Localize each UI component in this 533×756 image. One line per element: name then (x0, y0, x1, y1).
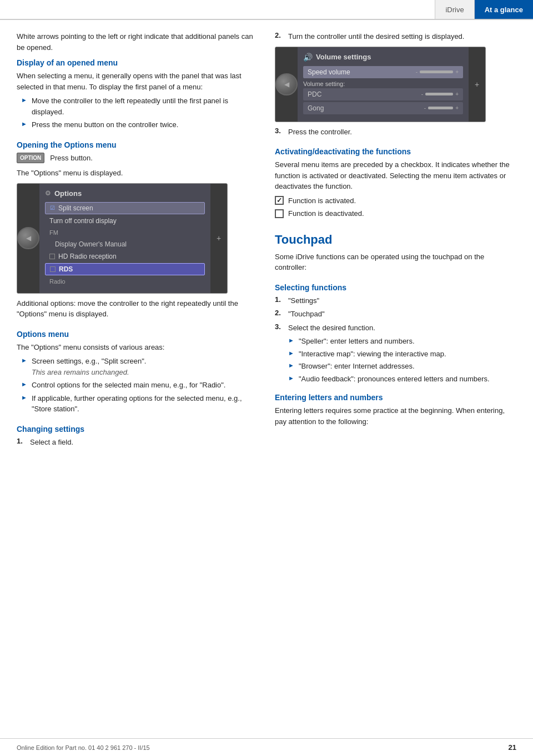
intro-text: White arrows pointing to the left or rig… (17, 31, 258, 53)
left-column: White arrows pointing to the left or rig… (17, 31, 258, 450)
sub-browser-text: "Browser": enter Internet addresses. (299, 361, 415, 372)
opts-radio-label: Radio (49, 278, 66, 285)
speed-vol-bar (420, 70, 453, 73)
check-icon: ☑ (50, 205, 55, 211)
bullet-arrow-3: ► (21, 357, 27, 364)
right-column: 2. Turn the controller until the desired… (275, 31, 516, 450)
vol-menu-panel: 🔊 Volume settings Speed volume - + Volum… (298, 47, 469, 122)
left-arrow: ◀ (26, 234, 31, 242)
opts-display-manual: Display Owner's Manual (45, 239, 205, 250)
opts-hd-label: HD Radio reception (58, 253, 117, 260)
section-activating-heading: Activating/deactivating the functions (275, 147, 516, 156)
sub-arrow-2: ► (288, 350, 294, 356)
opts-icon: ⚙ (45, 189, 51, 197)
step-num-2: 2. (275, 31, 284, 39)
changing-step-1: 1. Select a field. (17, 437, 258, 448)
opts-header: ⚙ Options (45, 189, 205, 198)
select-step-1: 1. "Settings" (275, 295, 516, 306)
options-screen-image: ◀ ⚙ Options ☑ Split screen Turn off cont… (17, 183, 228, 294)
sub-audio-text: "Audio feedback": pronounces entered let… (299, 374, 490, 385)
section-selecting-heading: Selecting functions (275, 283, 516, 292)
vol-left-arrow: ◀ (284, 80, 289, 88)
gong-bar: - + (424, 105, 459, 111)
options-displayed-text: The "Options" menu is displayed. (17, 168, 258, 179)
sub-speller-text: "Speller": enter letters and numbers. (299, 336, 415, 347)
tab-idrive[interactable]: iDrive (435, 0, 474, 19)
gong-label: Gong (308, 104, 324, 112)
page-footer: Online Edition for Part no. 01 40 2 961 … (0, 738, 533, 756)
vol-header: 🔊 Volume settings (303, 53, 463, 62)
vol-speed-label: Speed volume (308, 68, 350, 76)
right-step-2: 2. Turn the controller until the desired… (275, 31, 516, 42)
pdc-label: PDC (308, 90, 321, 98)
section-options-menu-heading: Options menu (17, 330, 258, 339)
sub-arrow-4: ► (288, 375, 294, 381)
option-button-icon: OPTION (17, 153, 44, 163)
vol-controller-left: ◀ (275, 47, 298, 122)
bullet-move-text: Move the controller to the left repeated… (32, 95, 258, 117)
options-menu-panel: ⚙ Options ☑ Split screen Turn off contro… (39, 184, 210, 293)
opts-turn-off: Turn off control display (45, 215, 205, 226)
activating-body: Several menu items are preceded by a che… (275, 159, 516, 192)
tab-at-a-glance[interactable]: At a glance (474, 0, 533, 19)
sel-step-1-text: "Settings" (288, 295, 319, 306)
opts-bullet-2: ► Control options for the selected main … (17, 380, 258, 391)
vol-plus-icon: + (475, 80, 479, 89)
footer-text: Online Edition for Part no. 01 40 2 961 … (17, 744, 150, 751)
controller-circle: ◀ (17, 227, 39, 249)
opts-manual-label: Display Owner's Manual (49, 240, 127, 248)
vol-screen-row: ◀ 🔊 Volume settings Speed volume - + (275, 47, 485, 122)
opts-title: Options (54, 189, 82, 198)
sub-bullet-speller: ► "Speller": enter letters and numbers. (275, 336, 516, 347)
sub-arrow-3: ► (288, 362, 294, 369)
opts-bullet-1-text: Screen settings, e.g., "Split screen". (32, 357, 147, 365)
opts-hd-radio: HD Radio reception (45, 251, 205, 262)
opts-fm-label: FM (49, 229, 58, 236)
display-opened-menu-body: When selecting a menu, it generally open… (17, 70, 258, 92)
sub-bullet-browser: ► "Browser": enter Internet addresses. (275, 361, 516, 372)
opts-rds: RDS (45, 263, 205, 275)
plus-icon-vol: + (455, 69, 459, 75)
step-1-text: Select a field. (30, 437, 73, 448)
vol-gong: Gong - + (303, 102, 463, 114)
vol-pdc: PDC - + (303, 88, 463, 100)
main-content: White arrows pointing to the left or rig… (0, 20, 533, 467)
select-step-2: 2. "Touchpad" (275, 309, 516, 320)
step-num-1: 1. (17, 437, 26, 445)
entering-body: Entering letters requires some practice … (275, 405, 516, 427)
bullet-move-controller: ► Move the controller to the left repeat… (17, 95, 258, 117)
vol-controller-circle: ◀ (275, 73, 298, 95)
gong-bar-inner (428, 107, 453, 109)
page-header: iDrive At a glance (0, 0, 533, 20)
header-tabs: iDrive At a glance (435, 0, 533, 19)
screen-right-button: + (210, 184, 227, 293)
option-button-row: OPTION Press button. (17, 153, 258, 164)
gong-plus: + (455, 105, 459, 111)
opts-bullet-3-text: If applicable, further operating options… (32, 393, 258, 415)
page-number: 21 (509, 743, 516, 752)
deactivated-checkbox (275, 209, 284, 218)
pdc-bar-inner (425, 93, 453, 95)
pdc-minus: - (421, 91, 423, 97)
section-display-opened-menu-heading: Display of an opened menu (17, 58, 258, 67)
sub-bullet-audio: ► "Audio feedback": pronounces entered l… (275, 374, 516, 385)
opts-split-screen-label: Split screen (58, 204, 93, 212)
opts-bullet-1-sub: This area remains unchanged. (32, 368, 129, 376)
touchpad-heading: Touchpad (275, 233, 516, 247)
additional-options-text: Additional options: move the controller … (17, 298, 258, 320)
screen-row: ◀ ⚙ Options ☑ Split screen Turn off cont… (17, 184, 227, 293)
opts-bullet-1: ► Screen settings, e.g., "Split screen".… (17, 356, 258, 377)
deactivated-label: Function is deactivated. (288, 208, 364, 219)
sel-num-1: 1. (275, 295, 284, 304)
opts-turn-off-label: Turn off control display (49, 217, 117, 225)
controller-left: ◀ (17, 184, 39, 293)
press-button-text: Press button. (50, 153, 93, 164)
section-opening-options-heading: Opening the Options menu (17, 140, 258, 149)
bullet-arrow-icon-2: ► (21, 120, 27, 127)
select-step-3: 3. Select the desired function. (275, 322, 516, 334)
opts-bullet-3: ► If applicable, further operating optio… (17, 393, 258, 415)
touchpad-body: Some iDrive functions can be operated us… (275, 251, 516, 273)
opts-bullet-2-text: Control options for the selected main me… (32, 380, 226, 391)
activated-checkbox (275, 196, 284, 205)
bullet-arrow-5: ► (21, 394, 27, 401)
